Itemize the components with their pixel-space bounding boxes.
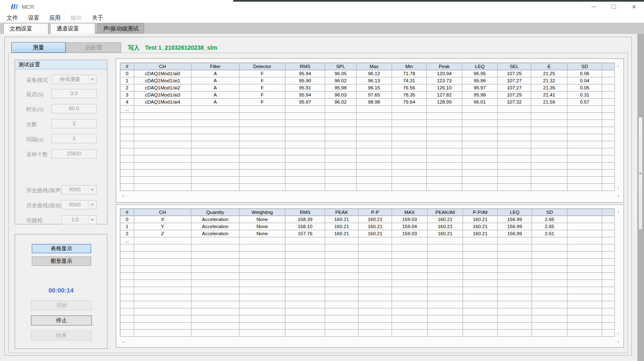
column-header[interactable]: Filter [191, 63, 239, 70]
column-header[interactable]: Peak [427, 63, 462, 70]
field-input-4[interactable]: 3 [51, 119, 97, 128]
menu-item-2[interactable]: 设置 [23, 13, 44, 23]
column-header[interactable]: SEL [498, 63, 531, 70]
column-header[interactable]: Detector [239, 63, 285, 70]
vibration-table-vscrollbar[interactable]: ▲ ▼ [615, 208, 622, 337]
sound-row-1[interactable]: 1cDAQ1Mod1/ai1AF95.9096.0296.1374.31123.… [120, 77, 615, 84]
column-header[interactable] [602, 209, 615, 216]
column-header[interactable]: P-P/All [463, 209, 498, 216]
cell [134, 127, 191, 134]
cell [120, 330, 134, 337]
cell [239, 252, 285, 259]
column-header[interactable]: SPL [325, 63, 356, 70]
chevron-down-icon[interactable] [88, 201, 96, 209]
column-header[interactable]: CH [134, 63, 191, 70]
column-header[interactable]: SD [568, 63, 602, 70]
field-dropdown-8[interactable]: RMS [61, 200, 97, 209]
cell [568, 280, 602, 287]
field-input-2[interactable]: 3.0 [51, 89, 97, 98]
start-button[interactable]: 开始 [31, 300, 92, 310]
cell [602, 84, 615, 92]
cell [427, 155, 462, 163]
column-header[interactable]: PEAK [325, 209, 359, 216]
field-input-5[interactable]: 3 [51, 134, 97, 143]
column-header[interactable]: RMS [285, 209, 325, 216]
column-header[interactable]: LEQ [498, 209, 532, 216]
cell [427, 106, 462, 113]
scroll-right-icon[interactable]: ► [617, 194, 621, 198]
field-input-6[interactable]: 25600 [51, 149, 97, 158]
menu-item-5[interactable]: 关于 [87, 13, 108, 23]
sound-row-2[interactable]: 2cDAQ1Mod1/ai2AF95.9195.9896.1576.56126.… [120, 84, 615, 92]
cell [532, 301, 568, 308]
sound-table-vscrollbar[interactable]: ▲ ▼ [615, 63, 622, 191]
result-button[interactable]: 结果 [31, 330, 92, 341]
scroll-up-icon[interactable]: ▲ [615, 210, 622, 214]
cell [463, 252, 498, 259]
close-button[interactable]: ✕ [624, 0, 644, 13]
tab-1[interactable]: 文档设置 [3, 23, 48, 34]
panel-collapse-handle[interactable]: < [638, 117, 643, 230]
column-header[interactable] [602, 63, 615, 70]
column-header[interactable]: P-P [359, 209, 392, 216]
sound-row-3[interactable]: 3cDAQ1Mod1/ai3AF95.9496.0397.6578.35127.… [120, 92, 615, 99]
column-header[interactable]: Min [392, 63, 427, 70]
column-header[interactable]: SD [532, 209, 568, 216]
menu-item-4[interactable]: 输出 [66, 13, 87, 23]
scroll-left-icon[interactable]: ◄ [121, 194, 125, 198]
scroll-up-icon[interactable]: ▲ [615, 64, 622, 68]
cell [239, 315, 285, 323]
field-dropdown-9[interactable]: 1/3 [61, 215, 97, 224]
column-header[interactable]: Quantity [191, 209, 239, 216]
column-header[interactable]: LEQ [462, 63, 498, 70]
column-header[interactable]: Max [356, 63, 392, 70]
table-display-button[interactable]: 表格显示 [32, 244, 91, 253]
column-header[interactable]: # [120, 63, 134, 70]
column-header[interactable]: CH [134, 209, 191, 216]
menu-item-3[interactable]: 应用 [44, 13, 66, 23]
scroll-left-icon[interactable]: ◄ [121, 340, 125, 344]
vibration-table-hscrollbar[interactable]: ◄ ► [120, 338, 622, 345]
cell [239, 106, 285, 113]
menu-item-1[interactable]: 文件 [2, 13, 23, 23]
vibration-more-row[interactable]: ... [120, 237, 615, 244]
scroll-down-icon[interactable]: ▼ [615, 332, 622, 336]
tab-measure[interactable]: 测量 [11, 42, 66, 53]
sound-more-row[interactable]: ... [120, 106, 615, 113]
sound-row-0[interactable]: 0cDAQ1Mod1/ai0AF95.9496.0596.1271.78120.… [120, 70, 615, 77]
graph-display-button[interactable]: 图形显示 [32, 257, 91, 266]
column-header[interactable]: # [120, 209, 134, 216]
minimize-button[interactable] [584, 0, 603, 13]
vibration-row-0[interactable]: 0XAccelerationNone158.39160.21160.21159.… [120, 216, 615, 223]
cell [602, 315, 615, 323]
scroll-down-icon[interactable]: ▼ [615, 186, 622, 190]
tab-3[interactable]: 声/振动级测试 [97, 23, 144, 34]
column-header[interactable] [568, 209, 602, 216]
cell [462, 106, 498, 113]
sound-table-hscrollbar[interactable]: ◄ ► [120, 193, 622, 199]
vibration-row-2[interactable]: 2ZAccelerationNone157.76160.21160.21159.… [120, 230, 615, 237]
cell [428, 315, 463, 323]
sound-row-4[interactable]: 4cDAQ1Mod1/ai4AF95.9796.0298.9879.64128.… [120, 99, 615, 106]
vibration-row-1[interactable]: 1YAccelerationNone158.10160.21160.21159.… [120, 223, 615, 230]
field-dropdown-7[interactable]: RMS [61, 185, 97, 194]
chevron-down-icon[interactable] [88, 186, 96, 194]
cell [356, 184, 392, 191]
column-header[interactable]: RMS [285, 63, 325, 70]
stop-button[interactable]: 停止 [31, 315, 92, 325]
column-header[interactable]: PEAK/All [428, 209, 463, 216]
cell [531, 134, 568, 141]
tab-postprocess[interactable]: 后处理 [66, 42, 121, 53]
chevron-down-icon[interactable] [88, 216, 96, 224]
column-header[interactable]: MAX [392, 209, 428, 216]
cell: 95.98 [462, 92, 498, 99]
field-input-3[interactable]: 60.0 [51, 104, 97, 113]
chevron-down-icon[interactable] [88, 75, 96, 84]
maximize-button[interactable] [604, 0, 624, 13]
scroll-right-icon[interactable]: ► [617, 340, 621, 344]
cell [134, 120, 191, 127]
tab-2[interactable]: 通道设置 [50, 23, 95, 34]
field-dropdown-1[interactable]: 持续测量 [51, 75, 97, 84]
column-header[interactable]: E [531, 63, 568, 70]
column-header[interactable]: Weighting [239, 209, 285, 216]
